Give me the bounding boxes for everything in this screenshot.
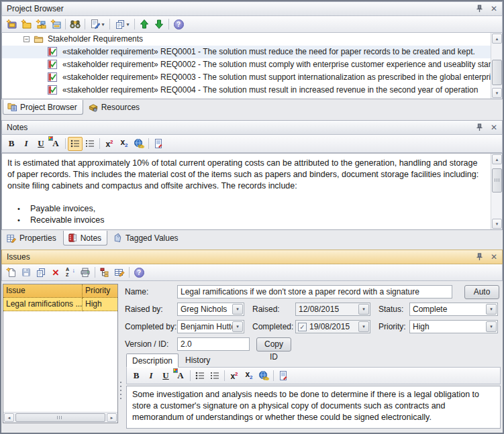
issues-grid-hscrollbar[interactable]: ◄ ► [3, 412, 117, 423]
pin-button[interactable] [474, 122, 485, 133]
name-input[interactable]: Legal ramifications if we don't store a … [177, 285, 452, 299]
hyperlink-globe-icon [134, 138, 144, 149]
tab-project-browser[interactable]: Project Browser [3, 100, 83, 115]
dropdown-arrow-icon[interactable]: ▾ [486, 321, 497, 332]
version-id-input[interactable]: 2.0 [177, 337, 250, 351]
print-button[interactable] [78, 266, 93, 280]
tab-notes[interactable]: Notes [63, 231, 107, 246]
underline-button[interactable]: U [34, 137, 48, 151]
issues-grid-row[interactable]: Legal ramifications ... High [3, 298, 117, 311]
tab-tagged-values[interactable]: Tagged Values [109, 231, 184, 246]
tab-label: Tagged Values [125, 233, 179, 243]
bullet-list-button[interactable] [193, 369, 207, 383]
copy-views-button[interactable]: ▾ [112, 17, 132, 32]
tree-row-req0002[interactable]: «stakeholder requirement» REQ0002 - The … [2, 58, 491, 71]
save-issue-button[interactable] [19, 266, 34, 280]
tree-vertical-scrollbar[interactable]: ▲ ▼ [491, 33, 502, 99]
tab-history[interactable]: History [180, 354, 215, 368]
hyperlink-button[interactable] [132, 137, 146, 151]
scroll-thumb[interactable] [15, 413, 105, 422]
dropdown-arrow-icon[interactable]: ▾ [232, 321, 243, 332]
scroll-up-button[interactable]: ▲ [492, 34, 502, 44]
numbered-list-button[interactable] [207, 369, 222, 383]
edit-properties-button[interactable] [112, 266, 127, 280]
tab-resources[interactable]: Resources [85, 100, 145, 115]
new-element-button[interactable] [48, 17, 63, 32]
move-up-button[interactable] [137, 17, 152, 32]
notes-editor[interactable]: It is estimated that approximately 10% o… [1, 153, 503, 230]
new-package-button[interactable] [19, 17, 34, 32]
copy-id-button[interactable]: Copy ID [256, 337, 291, 351]
new-model-button[interactable] [4, 17, 19, 32]
bullet-list-button[interactable] [68, 137, 83, 151]
completed-date-picker[interactable]: ✓ 19/08/2015 ▾ [295, 320, 370, 333]
numbered-list-button[interactable] [83, 137, 97, 151]
help-button[interactable]: ? [132, 266, 146, 280]
dropdown-arrow-icon[interactable]: ▾ [358, 304, 369, 315]
sort-button[interactable]: A Z ↓ [63, 266, 78, 280]
bold-button[interactable]: B [4, 137, 19, 151]
delete-issue-button[interactable]: ✕ [48, 266, 63, 280]
scroll-thumb[interactable] [492, 168, 502, 193]
bold-button[interactable]: B [129, 369, 144, 383]
notes-document-icon [278, 370, 289, 381]
pin-button[interactable] [474, 252, 485, 262]
raised-date-picker[interactable]: 12/08/2015 ▾ [295, 303, 370, 316]
font-color-button[interactable]: A [173, 369, 188, 383]
help-button[interactable]: ? [171, 17, 186, 32]
completed-checkbox[interactable]: ✓ [298, 323, 307, 331]
raised-by-combo[interactable]: Greg Nichols ▾ [177, 303, 244, 316]
underline-button[interactable]: U [158, 369, 173, 383]
hyperlink-button[interactable] [256, 369, 271, 383]
splitter-handle[interactable] [120, 382, 121, 399]
hierarchy-icon [99, 267, 110, 278]
italic-button[interactable]: I [144, 369, 158, 383]
description-editor[interactable]: Some investigation and analysis needs to… [126, 386, 501, 429]
tab-label: Project Browser [20, 103, 77, 112]
close-button[interactable]: ✕ [489, 252, 499, 262]
new-issue-button[interactable] [4, 266, 19, 280]
find-in-browser-button[interactable] [68, 17, 83, 32]
pin-button[interactable] [474, 3, 485, 14]
new-diagram-button[interactable] [34, 17, 48, 32]
tree-row-req0004[interactable]: «stakeholder requirement» REQ0004 - The … [2, 84, 491, 97]
subscript-button[interactable]: x2 [117, 137, 132, 151]
tree-row-req0001[interactable]: «stakeholder requirement» REQ0001 - The … [2, 46, 491, 58]
dropdown-arrow-icon[interactable]: ▾ [486, 304, 497, 315]
superscript-button[interactable]: x2 [102, 137, 117, 151]
font-color-button[interactable]: A [48, 137, 63, 151]
scroll-down-button[interactable]: ▼ [492, 219, 502, 229]
bullet-icon: • [7, 203, 30, 215]
superscript-button[interactable]: x2 [227, 369, 242, 383]
copy-issue-button[interactable] [34, 266, 48, 280]
auto-button[interactable]: Auto [464, 285, 499, 299]
close-button[interactable]: ✕ [489, 3, 499, 14]
scroll-thumb[interactable] [492, 60, 502, 85]
edit-notes-document-button[interactable] [151, 137, 166, 151]
subscript-button[interactable]: x2 [242, 369, 256, 383]
tree-row-stakeholder-requirements[interactable]: − Stakeholder Requirements [2, 33, 491, 46]
dropdown-arrow-icon[interactable]: ▾ [232, 304, 243, 315]
subscript-icon: x2 [120, 138, 128, 148]
collapse-expander-icon[interactable]: − [23, 36, 30, 42]
column-header-issue[interactable]: Issue [3, 284, 83, 298]
tree-row-req0003[interactable]: «stakeholder requirement» REQ0003 - The … [2, 71, 491, 84]
scroll-right-button[interactable]: ► [107, 413, 117, 422]
scroll-down-button[interactable]: ▼ [492, 88, 502, 98]
completed-by-combo[interactable]: Benjamin Hutton ▾ [177, 320, 244, 333]
priority-combo[interactable]: High ▾ [409, 320, 498, 333]
status-combo[interactable]: Complete ▾ [409, 303, 498, 316]
edit-element-button[interactable]: ▾ [87, 17, 107, 32]
scroll-left-button[interactable]: ◄ [4, 413, 14, 422]
tab-properties[interactable]: Properties [3, 231, 62, 246]
notes-vertical-scrollbar[interactable]: ▲ ▼ [491, 154, 502, 229]
scroll-up-button[interactable]: ▲ [492, 154, 502, 164]
move-down-button[interactable] [152, 17, 166, 32]
close-button[interactable]: ✕ [489, 122, 499, 133]
edit-notes-document-button[interactable] [276, 369, 291, 383]
column-header-priority[interactable]: Priority [83, 284, 117, 298]
dropdown-arrow-icon[interactable]: ▾ [358, 321, 369, 332]
tab-description[interactable]: Description [126, 354, 179, 368]
italic-button[interactable]: I [19, 137, 34, 151]
show-hierarchy-button[interactable] [97, 266, 112, 280]
